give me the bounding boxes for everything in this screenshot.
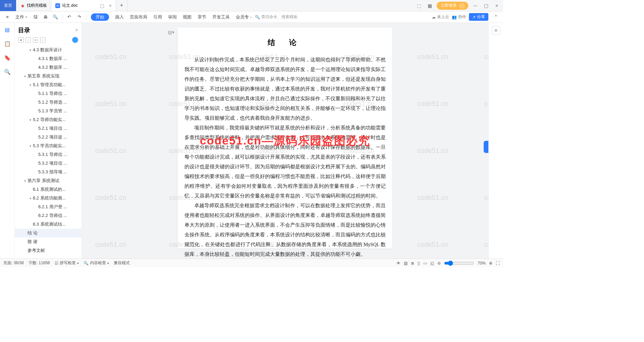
side-drawer-handle[interactable] xyxy=(484,141,488,153)
outline-chat-icon[interactable] xyxy=(72,37,78,43)
zoom-value[interactable]: 70% xyxy=(478,261,486,266)
tab-layout[interactable]: 页面布局 xyxy=(127,11,150,22)
avatar-icon xyxy=(459,3,465,9)
print-icon[interactable]: 🖶 xyxy=(41,11,50,22)
toc-item[interactable]: 结 论 xyxy=(15,229,82,237)
toc-list[interactable]: ▾4.3 数据库设计4.3.1 数据库 ...4.3.2 数据库 ...▾第五章… xyxy=(15,46,82,259)
view-mode-outline-icon[interactable]: ≣ xyxy=(411,261,414,266)
toc-item[interactable]: 5.3.2 项目信 ... xyxy=(15,159,82,168)
toc-item[interactable]: 5.1.2 导师选 ... xyxy=(15,98,82,107)
doc-heading: 结 论 xyxy=(184,38,386,48)
command-search[interactable]: 🔍 查找命令、搜索模板 xyxy=(255,14,298,20)
tab-home[interactable]: 首页 xyxy=(0,0,16,11)
tab-view[interactable]: 视图 xyxy=(180,11,194,22)
tab-window-icon[interactable]: ▢ xyxy=(100,3,104,8)
toc-label: 6.2.2 导师信 ... xyxy=(38,213,67,219)
status-content-check[interactable]: 🔍内容检查▾ xyxy=(84,260,109,266)
collab-button[interactable]: 👥协作 xyxy=(452,14,466,20)
undo-icon[interactable]: ↶ xyxy=(64,11,74,22)
view-mode-page-icon[interactable]: ▯ xyxy=(418,261,420,266)
toc-item[interactable]: ▾5.3 学员功能实... xyxy=(15,141,82,150)
status-page[interactable]: 页面: 36/38 xyxy=(3,260,24,266)
zoom-in[interactable]: ⊕ xyxy=(489,261,492,266)
check-icon: ☑ xyxy=(55,261,58,266)
toc-item[interactable]: 6.3 系统测试结... xyxy=(15,220,82,229)
save-icon[interactable]: 🖫 xyxy=(31,11,40,22)
fullscreen-icon[interactable]: ⛶ xyxy=(496,261,500,266)
document-viewport[interactable]: ▤▾ 结 论 从设计到制作完成，本系统已经花了三四个月时间，这期间也得到了导师的… xyxy=(82,23,488,259)
right-panel-toggle[interactable]: ≡ xyxy=(492,26,500,35)
status-wordcount[interactable]: 字数: 11658 xyxy=(29,260,50,266)
status-compat[interactable]: 兼容模式 xyxy=(114,260,130,266)
toc-item[interactable]: 6.2.1 用户登 ... xyxy=(15,203,82,211)
toc-item[interactable]: 4.3.1 数据库 ... xyxy=(15,54,82,63)
clipboard-icon[interactable]: 📋 xyxy=(3,40,11,48)
toc-item[interactable]: 致 谢 xyxy=(15,237,82,246)
toc-item[interactable]: 参考文献 xyxy=(15,246,82,255)
view-mode-read-icon[interactable]: ▤ xyxy=(404,261,408,266)
find-icon[interactable]: 🔍 xyxy=(3,68,11,76)
new-tab-button[interactable]: + xyxy=(116,0,127,11)
toc-item[interactable]: ▾5.2 导师功能实... xyxy=(15,115,82,124)
tab-devtools[interactable]: 开发工具 xyxy=(210,11,232,22)
tab-reference[interactable]: 引用 xyxy=(151,11,165,22)
window-close[interactable]: × xyxy=(493,2,500,9)
file-menu[interactable]: 文件▾ xyxy=(13,11,30,22)
toc-item[interactable]: ▾第五章 系统实现 xyxy=(15,72,82,80)
window-minimize[interactable]: ─ xyxy=(472,2,479,9)
share-button[interactable]: ↗分享 xyxy=(469,13,488,21)
toc-item[interactable]: ▾5.1 管理员功能... xyxy=(15,80,82,89)
toc-item[interactable]: 5.1.3 学员管 ... xyxy=(15,107,82,115)
toc-item[interactable]: 6.2.2 导师信 ... xyxy=(15,211,82,220)
toc-label: 参考文献 xyxy=(28,247,45,253)
cloud-status[interactable]: ☁未上云 xyxy=(432,14,449,20)
window-maximize[interactable]: ▢ xyxy=(482,2,490,9)
outline-icon[interactable]: ▤ xyxy=(3,25,11,34)
tab-close-icon[interactable]: × xyxy=(109,3,112,8)
toc-item[interactable]: 5.2.1 项目信 ... xyxy=(15,124,82,133)
outline-remove[interactable]: − xyxy=(40,37,46,43)
chevron-icon: ▾ xyxy=(28,196,32,200)
login-button[interactable]: 立即登录 xyxy=(437,2,468,10)
outline-close-icon[interactable]: × xyxy=(75,27,78,33)
zoom-out[interactable]: ⊖ xyxy=(437,261,441,266)
toc-item[interactable]: 6.1 系统测试的... xyxy=(15,185,82,194)
toc-item[interactable]: 5.3.3 指导项 ... xyxy=(15,168,82,176)
apps-icon[interactable]: ▦ xyxy=(426,2,433,9)
toc-item[interactable]: 5.2.2 项目提 ... xyxy=(15,133,82,141)
hamburger-icon[interactable]: ≡ xyxy=(3,11,12,22)
outline-box[interactable]: ▫ xyxy=(25,37,31,43)
template-icon: ◆ xyxy=(20,3,25,8)
toc-label: 5.3.2 项目信 ... xyxy=(38,160,67,166)
page-tool-icon[interactable]: ▤▾ xyxy=(168,30,174,35)
toc-label: 5.2.1 项目信 ... xyxy=(38,125,67,131)
watermark-light: code51.cn xyxy=(95,147,126,155)
outline-panel: 目录 × ▾ ▫ + − ▾4.3 数据库设计4.3.1 数据库 ...4.3.… xyxy=(15,23,82,259)
tab-templates[interactable]: ◆ 找稻壳模板 xyxy=(16,0,51,11)
zoom-fit-icon[interactable]: ◱ xyxy=(430,261,434,266)
tab-review[interactable]: 审阅 xyxy=(165,11,179,22)
tab-insert[interactable]: 插入 xyxy=(112,11,126,22)
outline-collapse-all[interactable]: ▾ xyxy=(18,37,23,43)
tab-start[interactable]: 开始 xyxy=(88,11,112,22)
toc-item[interactable]: 5.3.1 导师信 ... xyxy=(15,150,82,159)
toc-item[interactable]: ▾4.3 数据库设计 xyxy=(15,46,82,54)
toc-item[interactable]: 4.3.2 数据库 ... xyxy=(15,63,82,72)
toc-item[interactable]: ▾第六章 系统测试 xyxy=(15,176,82,185)
tab-chapter[interactable]: 章节 xyxy=(195,11,209,22)
view-mode-eye-icon[interactable]: 👁 xyxy=(396,261,400,266)
layout-icon[interactable]: ⬚ xyxy=(415,2,423,9)
collapse-ribbon-icon[interactable]: ⌃ xyxy=(491,14,500,19)
outline-add[interactable]: + xyxy=(33,37,38,43)
toc-item[interactable]: 5.1.1 导师信 ... xyxy=(15,89,82,98)
redo-icon[interactable]: ↷ xyxy=(74,11,84,22)
tab-document[interactable]: W 论文.doc ▢ × xyxy=(51,0,116,11)
zoom-slider[interactable] xyxy=(444,261,474,266)
bookmark-icon[interactable]: 🔖 xyxy=(3,54,11,62)
tab-member[interactable]: 会员专› xyxy=(233,11,254,22)
status-spellcheck[interactable]: ☑拼写检查▾ xyxy=(55,260,79,266)
view-mode-web-icon[interactable]: ▭ xyxy=(423,261,427,266)
toc-item[interactable]: ▾6.2 系统功能测... xyxy=(15,194,82,203)
chevron-icon: ▾ xyxy=(28,144,32,148)
preview-icon[interactable]: 🔍 xyxy=(51,11,60,22)
